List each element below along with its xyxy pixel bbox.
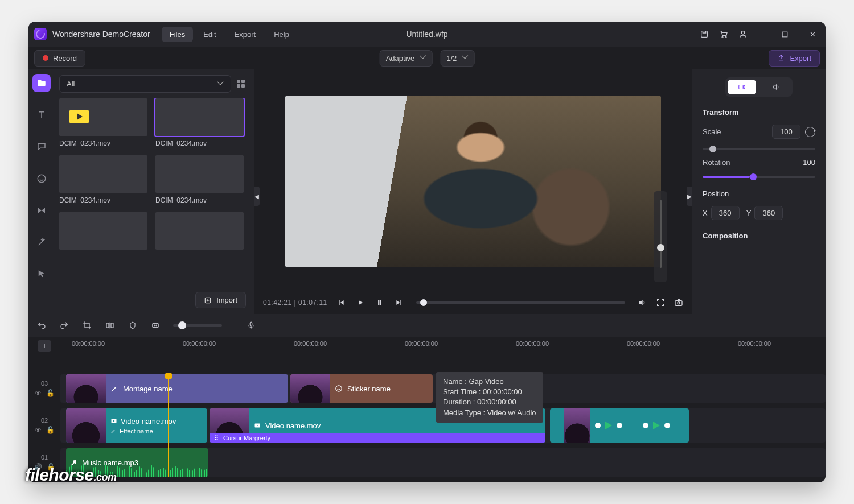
menu-help[interactable]: Help (266, 27, 297, 42)
track-lane[interactable]: Music name.mp3 (60, 448, 826, 477)
section-composition: Composition (703, 232, 815, 240)
tick: 00:00:00:00 (405, 340, 438, 352)
zoom-knob[interactable] (178, 321, 186, 329)
save-icon[interactable] (699, 29, 709, 39)
svg-point-14 (336, 386, 342, 392)
crop-icon[interactable] (82, 320, 92, 331)
undo-icon[interactable] (36, 320, 47, 331)
volume-icon[interactable] (638, 298, 647, 307)
app-window: Wondershare DemoCreator Files Edit Expor… (28, 22, 826, 482)
scale-slider[interactable] (703, 148, 815, 150)
seek-knob[interactable] (420, 299, 427, 306)
redo-icon[interactable] (59, 320, 69, 331)
media-item[interactable]: DCIM_0234.mov (59, 212, 147, 261)
voiceover-icon[interactable] (246, 320, 256, 331)
playhead[interactable] (168, 374, 169, 477)
watermark: filehorse.com (25, 465, 117, 485)
menu-edit[interactable]: Edit (195, 27, 224, 42)
cursor-icon (36, 269, 47, 279)
scale-value[interactable]: 100 (772, 125, 800, 139)
clip-video-keyframes[interactable] (550, 408, 689, 443)
zoom-dropdown[interactable]: 1/2 (440, 50, 474, 67)
add-track-button[interactable]: + (38, 340, 51, 352)
user-icon[interactable] (738, 29, 748, 39)
volume-knob[interactable] (657, 244, 664, 251)
cart-icon[interactable] (718, 29, 729, 39)
volume-slider-vertical[interactable] (654, 191, 667, 282)
record-button[interactable]: Record (34, 50, 85, 67)
media-panel: All DCIM_0234.mov DCIM_0234.mov DCIM_023… (55, 69, 254, 314)
lock-icon[interactable]: 🔓 (46, 426, 55, 434)
ruler-ticks: 00:00:00:00 00:00:00:00 00:00:00:00 00:0… (60, 340, 826, 360)
snapshot-icon[interactable] (674, 298, 683, 307)
tab-audio-props[interactable] (762, 80, 790, 94)
clip-thumbnail (66, 408, 106, 443)
track-lane[interactable]: Montage name Sticker name Name : Gap Vid… (60, 374, 826, 403)
menubar: Files Edit Export Help (162, 27, 297, 42)
export-button[interactable]: Export (769, 50, 820, 67)
rail-sticker[interactable] (32, 170, 51, 188)
rail-media[interactable] (32, 74, 51, 92)
preview-tools (638, 298, 683, 307)
prev-button[interactable] (336, 298, 346, 307)
tracks: 03 👁🔓 Montage name Sticker name (28, 374, 826, 477)
rail-caption[interactable] (32, 138, 51, 156)
rail-transition[interactable] (32, 201, 51, 220)
tick: 00:00:00:00 (738, 340, 771, 352)
grid-view-icon[interactable] (237, 80, 246, 89)
clip-montage[interactable]: Montage name (66, 374, 288, 403)
menu-export[interactable]: Export (227, 27, 264, 42)
clip-thumbnail (290, 374, 330, 403)
menu-files[interactable]: Files (162, 27, 193, 42)
split-icon[interactable] (105, 320, 115, 331)
marker-icon[interactable] (128, 320, 138, 331)
media-item[interactable]: DCIM_0234.mov (59, 98, 147, 147)
visibility-icon[interactable]: 👁 (35, 426, 42, 434)
window-close[interactable]: ✕ (805, 30, 820, 39)
rotation-label: Rotation (703, 158, 730, 167)
clip-sticker[interactable]: Sticker name (290, 374, 433, 403)
collapse-left[interactable]: ◄ (254, 187, 260, 206)
media-item[interactable]: DCIM_0234.mov (155, 155, 244, 204)
y-value[interactable]: 360 (754, 206, 783, 220)
lock-icon[interactable]: 🔓 (46, 389, 55, 397)
window-maximize[interactable] (781, 31, 796, 38)
media-item[interactable]: DCIM_0234.mov (155, 98, 244, 147)
import-button[interactable]: Import (195, 292, 246, 308)
speaker-icon (771, 83, 781, 91)
visibility-icon[interactable]: 👁 (35, 389, 42, 397)
preview-canvas[interactable] (254, 69, 692, 291)
x-value[interactable]: 360 (711, 206, 740, 220)
tooltip-line: Start Time : 00:00:00:00 (443, 387, 536, 397)
tab-video-props[interactable] (728, 80, 756, 94)
x-label: X (703, 209, 708, 217)
reset-icon[interactable] (805, 127, 815, 137)
fit-dropdown[interactable]: Adaptive (380, 50, 433, 67)
play-icon (110, 418, 117, 424)
media-item[interactable]: DCIM_0234.mov (59, 155, 147, 204)
play-button[interactable] (356, 298, 365, 307)
collapse-right[interactable]: ► (687, 187, 692, 206)
pause-button[interactable] (375, 298, 384, 307)
pencil-icon (110, 428, 116, 434)
seek-bar[interactable] (416, 301, 625, 304)
media-thumbnail (155, 155, 244, 193)
window-minimize[interactable]: — (757, 30, 772, 39)
timeline-ruler[interactable]: + 00:00:00:00 00:00:00:00 00:00:00:00 00… (28, 337, 826, 360)
media-item[interactable]: DCIM_0234.mov (155, 212, 244, 261)
rail-text[interactable] (32, 106, 51, 124)
next-button[interactable] (395, 298, 404, 307)
rail-effects[interactable] (32, 233, 51, 251)
rotation-slider[interactable] (703, 176, 815, 178)
clip-effect-label: Effect name (120, 428, 153, 435)
media-filter-dropdown[interactable]: All (59, 75, 231, 93)
rail-cursor[interactable] (32, 265, 51, 283)
position-inputs: X360 Y360 (703, 206, 815, 220)
clip-video[interactable]: Video name.mov Effect name (66, 408, 207, 443)
timeline-zoom[interactable] (173, 324, 222, 327)
fit-icon[interactable] (150, 320, 161, 331)
track-number: 01 (41, 454, 48, 461)
fullscreen-icon[interactable] (656, 298, 665, 307)
play-icon (254, 422, 261, 429)
track-number: 03 (41, 380, 48, 387)
